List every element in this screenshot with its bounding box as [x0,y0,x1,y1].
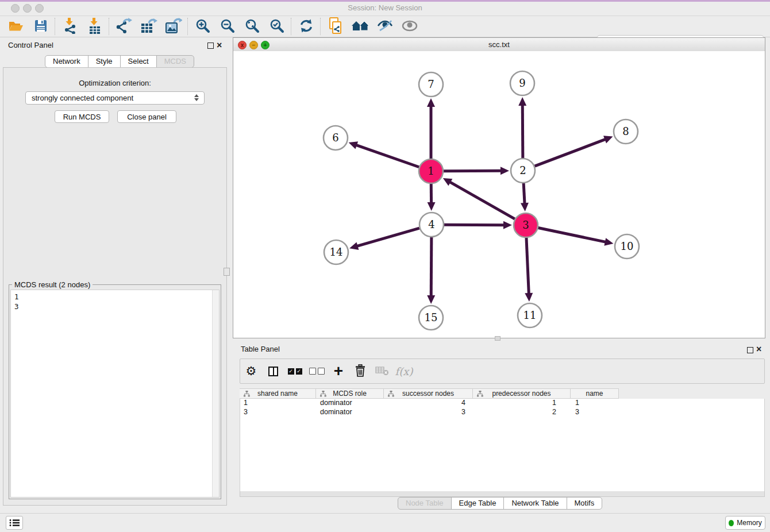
result-scrollbar[interactable] [212,290,219,497]
fx-icon: f(x) [395,365,413,377]
task-history-button[interactable] [6,516,23,530]
refresh-button[interactable] [294,17,318,36]
column-header-MCDS-role[interactable]: MCDS role [316,388,384,399]
column-header-name[interactable]: name [571,388,619,399]
open-session-button[interactable] [3,17,28,36]
zoom-selected-button[interactable] [264,17,289,36]
pane-divider-grip[interactable] [495,336,500,341]
mcds-result-textarea[interactable]: 1 3 [10,290,220,498]
houses-icon [351,19,369,34]
tab-style[interactable]: Style [88,55,121,68]
add-column-button[interactable]: + [328,365,349,377]
task-list-icon [9,519,20,527]
network-graph: 7968124314101511 [233,51,765,338]
deselect-all-button[interactable] [306,368,328,375]
table-panel-float-icon[interactable] [747,347,753,353]
tab-mcds[interactable]: MCDS [156,55,194,68]
status-bar: Memory [0,513,770,532]
edge-1-2[interactable] [444,171,502,171]
network-window-titlebar[interactable]: x − + scc.txt [233,38,765,52]
table-settings-button[interactable]: ⚙ [240,364,262,378]
home-layout-button[interactable] [348,17,372,36]
control-panel-float-icon[interactable] [207,43,214,49]
edge-3-11[interactable] [526,238,529,294]
graph-node-label: 14 [330,246,343,258]
edge-2-3[interactable] [523,183,525,204]
eye-icon [401,20,418,34]
table-row[interactable]: 3dominator323 [240,408,764,417]
column-type-icon [244,391,250,397]
zoom-in-button[interactable] [190,17,215,36]
graph-node-label: 4 [428,218,434,230]
control-panel-title: Control Panel [8,41,53,49]
network-canvas[interactable]: 7968124314101511 [233,51,765,338]
node-table[interactable]: 1dominator4113dominator323 [240,399,765,491]
tab-network-table[interactable]: Network Table [503,497,567,510]
tab-edge-table[interactable]: Edge Table [451,497,505,510]
run-mcds-button[interactable]: Run MCDS [55,110,109,123]
close-panel-button[interactable]: Close panel [117,110,176,123]
table-cell: 1 [571,399,619,408]
control-panel-close-icon[interactable]: × [217,42,222,49]
zoom-out-button[interactable] [215,17,240,36]
network-window-title: scc.txt [233,40,765,49]
import-table-button[interactable] [82,17,107,36]
graph-node-label: 1 [428,165,434,177]
graph-node-label: 11 [523,309,537,321]
clone-network-button[interactable] [323,17,348,36]
table-toolbar: ⚙ ✓✓ + f(x) [240,358,765,384]
show-all-button[interactable] [397,17,422,36]
table-panel-close-icon[interactable]: × [756,346,761,353]
mcds-result-text: 1 3 [11,290,219,313]
export-table-button[interactable] [136,17,161,36]
memory-status-icon [729,520,734,526]
arrowhead-icon [428,202,436,211]
save-session-button[interactable] [28,17,53,36]
open-folder-icon [8,19,24,34]
import-network-button[interactable] [57,17,82,36]
refresh-icon [299,18,314,35]
zoom-fit-icon [245,18,260,35]
table-bottom-strip [240,491,765,497]
export-image-button[interactable] [161,17,186,36]
tab-node-table[interactable]: Node Table [398,497,452,510]
edge-2-9[interactable] [522,105,523,158]
column-header-shared-name[interactable]: shared name [240,388,316,399]
arrowhead-icon [427,98,435,107]
tab-select[interactable]: Select [120,55,157,68]
column-header-successor-nodes[interactable]: successor nodes [384,388,473,399]
edge-1-6[interactable] [356,145,419,167]
toolbar-separator [320,18,321,35]
edge-4-3[interactable] [444,225,505,225]
export-network-icon [116,18,133,36]
column-header-predecessor-nodes[interactable]: predecessor nodes [473,388,571,399]
delete-button[interactable] [349,364,371,379]
table-cell: dominator [317,408,384,417]
import-network-icon [62,18,78,36]
hide-selected-button[interactable] [372,17,397,36]
table-row[interactable]: 1dominator411 [240,399,764,408]
edge-3-1[interactable] [449,182,515,219]
tab-network[interactable]: Network [45,55,88,68]
criterion-value: strongly connected component [32,94,133,102]
memory-button[interactable]: Memory [725,516,765,530]
toolbar-separator [55,18,56,35]
save-disk-icon [34,19,48,34]
mcds-result-title: MCDS result (2 nodes) [12,280,93,289]
edge-4-14[interactable] [357,228,419,246]
edge-4-15[interactable] [431,237,432,296]
criterion-select[interactable]: strongly connected component [25,91,205,105]
tab-motifs[interactable]: Motifs [567,497,603,510]
deselect-all-icon [309,368,325,375]
export-network-button[interactable] [111,17,136,36]
edge-3-10[interactable] [538,228,606,242]
table-tabbar: Node TableEdge TableNetwork TableMotifs [398,497,602,510]
graph-node-label: 10 [621,240,634,252]
select-all-button[interactable]: ✓✓ [284,368,306,375]
split-divider-grip[interactable] [224,268,230,276]
edge-2-8[interactable] [535,139,606,166]
zoom-fit-button[interactable] [240,17,264,36]
graph-node-label: 9 [519,77,525,89]
show-columns-button[interactable] [262,367,284,376]
delete-table-icon [375,365,389,377]
